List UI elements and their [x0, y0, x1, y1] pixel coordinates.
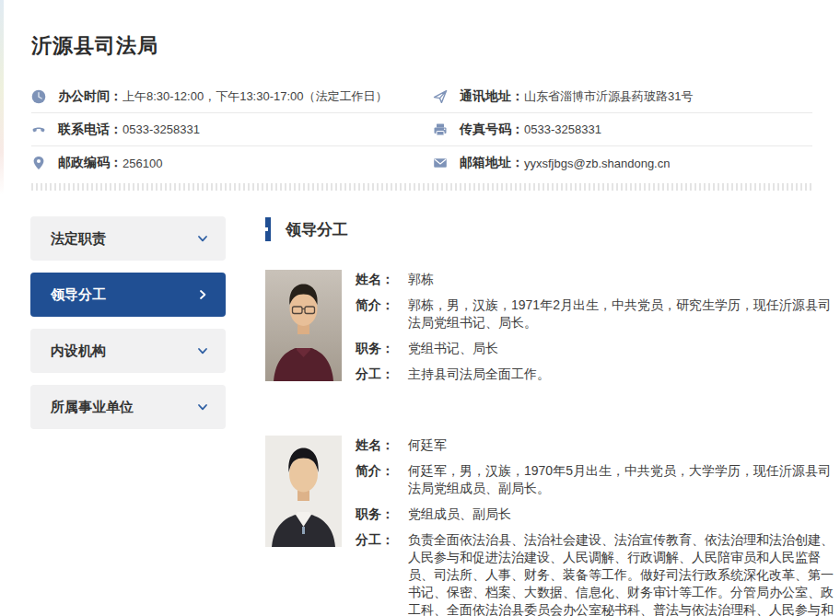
contact-label: 邮政编码： [58, 155, 122, 171]
contact-value: 上午8:30-12:00，下午13:30-17:00（法定工作日） [122, 88, 388, 105]
field-name: 姓名： 郭栋 [356, 271, 834, 288]
contact-item-mailing-address: 通讯地址： 山东省淄博市沂源县药玻路31号 [433, 80, 812, 113]
section-title: 领导分工 [286, 219, 348, 240]
leader-photo [265, 270, 342, 381]
location-icon [31, 156, 46, 170]
field-division: 分工： 主持县司法局全面工作。 [356, 366, 834, 383]
sidebar-item-label: 所属事业单位 [51, 399, 134, 416]
contact-item-office-hours: 办公时间： 上午8:30-12:00，下午13:30-17:00（法定工作日） [31, 80, 433, 113]
chevron-down-icon [196, 401, 209, 413]
field-name: 姓名： 何廷军 [356, 436, 834, 454]
leader-profile: 姓名： 何廷军 简介： 何廷军，男，汉族，1970年5月出生，中共党员，大学学历… [265, 436, 834, 616]
leader-division: 负责全面依法治县、法治社会建设、法治宣传教育、依法治理和法治创建、人民参与和促进… [408, 531, 834, 616]
chevron-down-icon [196, 344, 209, 357]
leader-position: 党组书记、局长 [408, 340, 498, 357]
leader-intro: 郭栋，男，汉族，1971年2月出生，中共党员，研究生学历，现任沂源县司法局党组书… [408, 296, 834, 331]
leader-position: 党组成员、副局长 [408, 506, 511, 523]
clock-icon [31, 89, 46, 104]
page-title: 沂源县司法局 [0, 0, 840, 57]
main-content: 领导分工 [265, 216, 840, 616]
leader-fields: 姓名： 郭栋 简介： 郭栋，男，汉族，1971年2月出生，中共党员，研究生学历，… [356, 270, 834, 391]
sidebar-item-label: 领导分工 [51, 286, 106, 304]
send-icon [433, 89, 448, 104]
contact-item-phone: 联系电话： 0533-3258331 [31, 113, 433, 146]
field-label: 职务： [356, 340, 408, 357]
contact-value: yyxsfjbgs@zb.shandong.cn [524, 157, 670, 170]
leader-photo [265, 436, 342, 547]
heading-bar-icon [265, 217, 271, 241]
dashed-divider [31, 183, 812, 191]
leader-intro: 何廷军，男，汉族，1970年5月出生，中共党员，大学学历，现任沂源县司法局党组成… [408, 462, 834, 497]
page-edge-decoration [0, 0, 4, 195]
contact-item-postal-code: 邮政编码： 256100 [31, 146, 433, 180]
contact-label: 邮箱地址： [460, 155, 524, 171]
sidebar-item-affiliated-units[interactable]: 所属事业单位 [30, 385, 226, 429]
leader-division: 主持县司法局全面工作。 [408, 366, 550, 383]
mail-icon [433, 156, 448, 170]
sidebar-item-label: 法定职责 [51, 230, 106, 248]
section-heading: 领导分工 [265, 216, 834, 242]
contact-value: 0533-3258331 [122, 122, 200, 136]
contact-label: 办公时间： [58, 88, 122, 105]
field-label: 姓名： [356, 436, 408, 454]
contact-value: 256100 [122, 157, 162, 170]
field-label: 分工： [356, 366, 408, 383]
contact-label: 传真号码： [460, 122, 524, 138]
chevron-down-icon [196, 232, 209, 245]
field-intro: 简介： 何廷军，男，汉族，1970年5月出生，中共党员，大学学历，现任沂源县司法… [356, 462, 834, 497]
field-intro: 简介： 郭栋，男，汉族，1971年2月出生，中共党员，研究生学历，现任沂源县司法… [356, 296, 834, 331]
contact-label: 通讯地址： [460, 88, 524, 105]
leader-fields: 姓名： 何廷军 简介： 何廷军，男，汉族，1970年5月出生，中共党员，大学学历… [356, 436, 834, 616]
contact-info-grid: 办公时间： 上午8:30-12:00，下午13:30-17:00（法定工作日） … [31, 80, 812, 180]
fax-icon [433, 122, 448, 137]
leader-profile: 姓名： 郭栋 简介： 郭栋，男，汉族，1971年2月出生，中共党员，研究生学历，… [265, 270, 834, 391]
contact-label: 联系电话： [58, 122, 122, 138]
chevron-right-icon [196, 288, 209, 301]
sidebar: 法定职责 领导分工 内设机构 所属事业单位 [30, 216, 226, 616]
contact-item-fax: 传真号码： 0533-3258331 [433, 113, 812, 146]
field-label: 职务： [356, 506, 408, 523]
field-label: 姓名： [356, 271, 408, 288]
phone-icon [31, 122, 46, 137]
sidebar-item-internal-organs[interactable]: 内设机构 [30, 329, 226, 373]
field-position: 职务： 党组成员、副局长 [356, 506, 834, 523]
contact-value: 0533-3258331 [524, 122, 601, 136]
sidebar-item-leadership-division[interactable]: 领导分工 [30, 273, 226, 317]
field-label: 简介： [356, 296, 408, 331]
contact-value: 山东省淄博市沂源县药玻路31号 [524, 88, 693, 105]
sidebar-item-legal-duties[interactable]: 法定职责 [30, 216, 226, 261]
content-area: 法定职责 领导分工 内设机构 所属事业单位 领导分工 [0, 216, 840, 616]
field-position: 职务： 党组书记、局长 [356, 340, 834, 357]
leader-name: 郭栋 [408, 271, 434, 288]
field-label: 简介： [356, 462, 408, 497]
leader-name: 何廷军 [408, 436, 447, 454]
contact-item-email: 邮箱地址： yyxsfjbgs@zb.shandong.cn [433, 146, 812, 180]
sidebar-item-label: 内设机构 [51, 343, 106, 360]
field-label: 分工： [356, 531, 408, 616]
field-division: 分工： 负责全面依法治县、法治社会建设、法治宣传教育、依法治理和法治创建、人民参… [356, 531, 834, 616]
